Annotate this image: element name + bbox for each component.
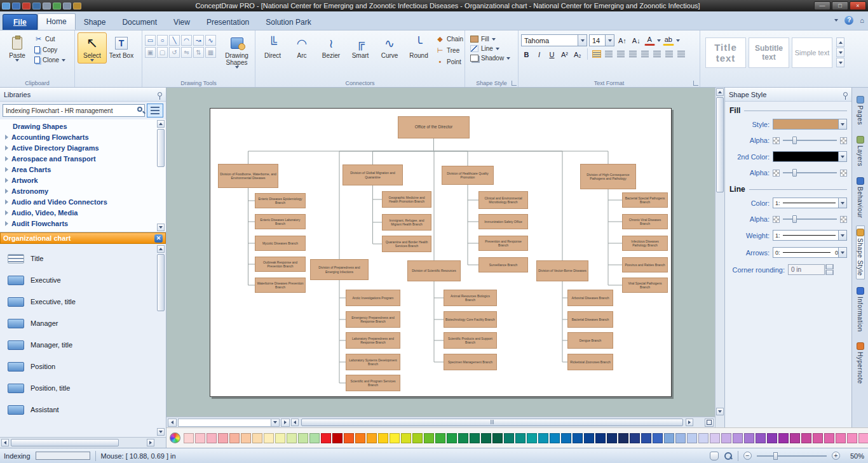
tab-shape-style[interactable]: Shape Style	[856, 225, 865, 279]
tab-home[interactable]: Home	[37, 13, 76, 30]
chain-mode-button[interactable]: ◆Chain	[435, 35, 465, 43]
save-icon[interactable]	[32, 3, 41, 10]
pan-tool-icon[interactable]	[710, 452, 719, 460]
expand-icon[interactable]	[5, 210, 8, 215]
tab-shape[interactable]: Shape	[76, 15, 114, 30]
tab-document[interactable]: Document	[114, 15, 165, 30]
canvas-scroll-left-icon[interactable]	[291, 419, 299, 426]
palette-color-7[interactable]	[264, 433, 274, 443]
search-icon[interactable]	[137, 107, 142, 112]
fill-alpha-thumb[interactable]	[792, 137, 797, 144]
palette-color-1[interactable]	[195, 433, 205, 443]
flip-vertical-tool-icon[interactable]: ⇅	[193, 47, 204, 58]
grow-font-button[interactable]: A↑	[616, 35, 628, 46]
org-node-poxvirus-and-rabies-branch[interactable]: Poxvirus and Rabies Branch	[622, 257, 668, 272]
line-tool-icon[interactable]: ╲	[169, 35, 180, 46]
palette-color-30[interactable]	[527, 433, 537, 443]
palette-color-21[interactable]	[424, 433, 434, 443]
align-left-button[interactable]	[592, 50, 601, 58]
org-node-division-of-healthcare-quality-promotion[interactable]: Division of Healthcare Quality Promotion	[442, 166, 494, 185]
palette-color-19[interactable]	[401, 433, 411, 443]
library-shape-manager-title[interactable]: Manager, title	[0, 334, 166, 356]
library-tree-item-drawing-shapes[interactable]: Drawing Shapes	[0, 121, 166, 131]
open-library-header[interactable]: Organizational chart ✕	[0, 232, 166, 244]
org-node-surveillance-branch[interactable]: Surveillance Branch	[478, 257, 528, 272]
minimize-button[interactable]: —	[814, 1, 831, 10]
expand-icon[interactable]	[5, 156, 8, 161]
line-alpha-thumb[interactable]	[792, 215, 797, 223]
open-icon[interactable]	[22, 3, 31, 10]
palette-color-10[interactable]	[298, 433, 308, 443]
libraries-scroll-left-icon[interactable]	[1, 439, 9, 446]
tree-mode-button[interactable]: ⊢Tree	[435, 46, 465, 55]
zoom-area-icon[interactable]	[724, 452, 733, 460]
org-node-animal-resources-biologics-branch[interactable]: Animal Resources Biologics Branch	[444, 290, 497, 306]
bezier-connector-button[interactable]: ≀Bezier	[316, 32, 346, 61]
canvas-vscroll-thumb[interactable]	[716, 97, 724, 192]
drawing-canvas[interactable]: Enteric Diseases Epidemiology BranchEnte…	[166, 88, 715, 427]
shape-style-pin-icon[interactable]	[843, 92, 848, 97]
palette-color-36[interactable]	[595, 433, 606, 443]
palette-color-5[interactable]	[241, 433, 251, 443]
line-color-select[interactable]: 1:	[773, 198, 847, 208]
palette-color-14[interactable]	[344, 433, 354, 443]
canvas-vscrollbar[interactable]	[715, 88, 724, 427]
cut-button[interactable]: ✂Cut	[33, 35, 67, 43]
align-justify-button[interactable]	[628, 50, 637, 58]
org-node-arctic-investigations-program[interactable]: Arctic Investigations Program	[346, 290, 400, 306]
tree-scrollbar[interactable]	[156, 119, 165, 232]
org-node-immigrant-refugee-and-migrant-health-branch[interactable]: Immigrant, Refugee, and Migrant Health B…	[382, 214, 431, 231]
palette-color-49[interactable]	[744, 433, 754, 443]
direct-connector-button[interactable]: ╚Direct	[258, 32, 287, 61]
org-node-prevention-and-response-branch[interactable]: Prevention and Response Branch	[478, 236, 528, 251]
second-alpha-slider[interactable]	[783, 168, 837, 177]
superscript-button[interactable]: A²	[559, 49, 570, 60]
library-tree-item-area-charts[interactable]: Area Charts	[0, 164, 166, 175]
org-node-division-of-vector-borne-diseases[interactable]: Division of Vector-Borne Diseases	[536, 260, 588, 281]
canvas-scroll-right-icon[interactable]	[686, 419, 693, 426]
gallery-down-icon[interactable]	[836, 48, 844, 57]
org-node-outbreak-response-and-prevention-branch[interactable]: Outbreak Response and Prevention Branch	[255, 257, 306, 272]
tab-hypernote[interactable]: Hypernote	[856, 339, 865, 387]
org-node-viral-special-pathogens-branch[interactable]: Viral Special Pathogens Branch	[622, 278, 668, 293]
shapes-scrollbar[interactable]	[156, 245, 165, 436]
org-node-division-of-scientific-resources[interactable]: Division of Scientific Resources	[407, 260, 461, 281]
fit-page-button[interactable]	[705, 419, 714, 427]
library-shape-position[interactable]: Position	[0, 356, 166, 377]
palette-color-56[interactable]	[824, 433, 834, 443]
close-button[interactable]: ×	[850, 1, 866, 10]
rectangle-tool-icon[interactable]: ▭	[145, 35, 156, 46]
palette-color-26[interactable]	[481, 433, 491, 443]
expand-icon[interactable]	[5, 135, 8, 140]
copy-button[interactable]: Copy	[33, 46, 67, 53]
tab-file[interactable]: File	[3, 14, 37, 30]
text-box-button[interactable]: T Text Box	[107, 32, 136, 61]
org-node-geographic-medicine-and-health-promotion-branch[interactable]: Geographic Medicine and Health Promotion…	[382, 191, 431, 208]
arc-tool-icon[interactable]: ◠	[181, 35, 192, 46]
subtitle-text-style[interactable]: Subtitle text	[749, 37, 789, 68]
select-button[interactable]: ↖ Select	[78, 32, 107, 64]
flip-horizontal-tool-icon[interactable]: ⇋	[181, 47, 192, 58]
canvas-hscroll-track[interactable]	[291, 417, 702, 428]
palette-color-42[interactable]	[664, 433, 674, 443]
palette-color-44[interactable]	[687, 433, 697, 443]
palette-color-57[interactable]	[836, 433, 846, 443]
quick-access-dropdown-icon[interactable]	[834, 19, 838, 22]
org-node-immunization-safety-office[interactable]: Immunization Safety Office	[478, 214, 528, 229]
palette-color-2[interactable]	[207, 433, 217, 443]
palette-color-18[interactable]	[390, 433, 400, 443]
fill-style-select[interactable]	[773, 119, 847, 130]
subscript-button[interactable]: A₂	[572, 49, 583, 60]
ungroup-tool-icon[interactable]: ▢	[157, 47, 168, 58]
palette-color-23[interactable]	[447, 433, 457, 443]
org-node-division-of-foodborne-waterborne-and-environmental-diseases[interactable]: Division of Foodborne, Waterborne, and E…	[218, 164, 278, 188]
font-color-dropdown-icon[interactable]	[657, 39, 661, 42]
shapes-scroll-thumb[interactable]	[157, 254, 165, 311]
library-tree-item-audit-flowcharts[interactable]: Audit Flowcharts	[0, 218, 166, 229]
help-icon[interactable]: ?	[844, 16, 853, 25]
fill-alpha-slider[interactable]	[783, 136, 837, 145]
zoom-in-button[interactable]: +	[832, 452, 840, 460]
align-center-button[interactable]	[604, 50, 613, 58]
library-search-input[interactable]	[3, 104, 145, 117]
palette-color-34[interactable]	[573, 433, 583, 443]
